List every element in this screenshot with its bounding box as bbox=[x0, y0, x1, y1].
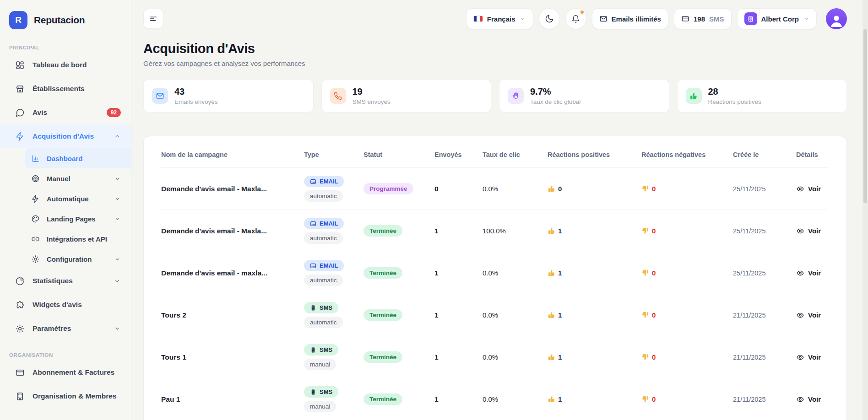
eye-icon bbox=[796, 185, 804, 193]
thumbs-down-icon bbox=[641, 269, 649, 277]
avis-count-badge: 92 bbox=[107, 108, 121, 117]
created-date: 21/11/2025 bbox=[733, 396, 796, 403]
chevron-down-icon bbox=[114, 215, 121, 222]
campaign-name: Tours 1 bbox=[161, 353, 304, 361]
view-details-button[interactable]: Voir bbox=[796, 395, 821, 404]
campaign-name: Demande d'avis email - Maxla... bbox=[161, 227, 304, 235]
view-details-button[interactable]: Voir bbox=[796, 269, 821, 277]
chevron-down-icon bbox=[803, 16, 809, 22]
campaign-name: Demande d'avis email - maxla... bbox=[161, 269, 304, 277]
bar-chart-icon bbox=[31, 154, 40, 163]
negative-reactions: 0 bbox=[641, 227, 733, 235]
sidebar-subitem-dashboard[interactable]: Dashboard bbox=[25, 148, 131, 168]
email-type-icon bbox=[310, 178, 316, 185]
chevron-down-icon bbox=[114, 175, 121, 182]
sidebar-subitem-landing-pages[interactable]: Landing Pages bbox=[25, 209, 131, 229]
language-selector[interactable]: Français bbox=[466, 8, 533, 29]
dashboard-grid-icon bbox=[15, 60, 25, 70]
sidebar-item-abonnement-factures[interactable]: Abonnement & Factures bbox=[0, 361, 131, 384]
user-avatar[interactable] bbox=[826, 8, 847, 29]
notifications-button[interactable] bbox=[565, 8, 586, 29]
sms-quota-pill[interactable]: 198 SMS bbox=[674, 8, 732, 29]
campaign-name: Demande d'avis email - Maxla... bbox=[161, 185, 304, 193]
sidebar: R Reputacion PRINCIPAL Tableau de bord É… bbox=[0, 0, 131, 420]
click-rate: 100.0% bbox=[483, 227, 548, 235]
thumbs-up-icon bbox=[548, 227, 555, 235]
click-rate: 0.0% bbox=[483, 269, 548, 277]
phone-icon bbox=[330, 88, 346, 104]
sidebar-item-widgets-avis[interactable]: Widgets d'avis bbox=[0, 293, 131, 317]
view-details-button[interactable]: Voir bbox=[796, 353, 821, 361]
sidebar-item-acquisition-avis[interactable]: Acquisition d'Avis bbox=[0, 124, 131, 148]
stat-card-positive-reactions: 28Réactions positives bbox=[677, 79, 847, 113]
negative-reactions: 0 bbox=[641, 353, 733, 361]
main-content: Français Emails illimités 198 SMS bbox=[131, 0, 868, 420]
thumbs-up-icon bbox=[686, 88, 702, 104]
sidebar-item-tableau-de-bord[interactable]: Tableau de bord bbox=[0, 53, 131, 77]
notification-dot bbox=[580, 10, 585, 15]
type-badge: EMAIL bbox=[304, 218, 344, 229]
puzzle-icon bbox=[15, 300, 25, 310]
table-row: Tours 1 SMS manual Terminée 1 0.0% 1 0 2… bbox=[161, 336, 829, 378]
view-details-button[interactable]: Voir bbox=[796, 227, 821, 235]
table-row: Demande d'avis email - Maxla... EMAIL au… bbox=[161, 210, 829, 252]
topbar: Français Emails illimités 198 SMS bbox=[143, 0, 847, 31]
sidebar-item-parametres[interactable]: Paramètres bbox=[0, 317, 131, 340]
negative-reactions: 0 bbox=[641, 395, 733, 403]
thumbs-down-icon bbox=[641, 227, 649, 235]
negative-reactions: 0 bbox=[641, 311, 733, 319]
section-label-organisation: ORGANISATION bbox=[9, 352, 131, 358]
sidebar-item-avis[interactable]: Avis 92 bbox=[0, 101, 131, 124]
person-icon bbox=[827, 11, 846, 29]
sent-count: 1 bbox=[434, 311, 483, 319]
view-details-button[interactable]: Voir bbox=[796, 311, 821, 319]
sidebar-subitem-integrations-api[interactable]: Intégrations et API bbox=[25, 229, 131, 249]
sidebar-item-statistiques[interactable]: Statistiques bbox=[0, 269, 131, 293]
mode-badge: manual bbox=[304, 359, 336, 370]
thumbs-down-icon bbox=[641, 311, 649, 319]
building-icon bbox=[15, 392, 25, 401]
type-badge: EMAIL bbox=[304, 176, 344, 187]
type-badge: SMS bbox=[304, 302, 338, 313]
positive-reactions: 1 bbox=[548, 269, 641, 277]
sidebar-toggle-button[interactable] bbox=[143, 9, 163, 29]
sidebar-subitem-automatique[interactable]: Automatique bbox=[25, 188, 131, 209]
status-badge: Terminée bbox=[363, 225, 402, 237]
chevron-down-icon bbox=[114, 256, 121, 263]
status-badge: Programmée bbox=[363, 183, 413, 194]
table-row: Pau 1 SMS manual Terminée 1 0.0% 1 0 21/… bbox=[161, 378, 829, 420]
organization-icon bbox=[744, 12, 757, 25]
storefront-icon bbox=[15, 84, 25, 94]
organization-selector[interactable]: Albert Corp bbox=[737, 8, 817, 29]
menu-icon bbox=[149, 14, 158, 23]
palette-icon bbox=[31, 215, 40, 223]
sidebar-item-etablissements[interactable]: Établissements bbox=[0, 77, 131, 101]
envelope-icon bbox=[599, 15, 608, 23]
chevron-up-icon bbox=[114, 133, 121, 140]
negative-reactions: 0 bbox=[641, 269, 733, 277]
positive-reactions: 1 bbox=[548, 395, 641, 403]
sidebar-item-organisation-membres[interactable]: Organisation & Membres bbox=[0, 384, 131, 408]
positive-reactions: 0 bbox=[548, 185, 641, 193]
sidebar-subitem-configuration[interactable]: Configuration bbox=[25, 249, 131, 269]
credit-card-icon bbox=[15, 368, 25, 377]
brand-name: Reputacion bbox=[34, 15, 85, 26]
pie-chart-icon bbox=[15, 276, 25, 286]
negative-reactions: 0 bbox=[641, 185, 733, 193]
stat-card-ctr: 9.7%Taux de clic global bbox=[499, 79, 669, 113]
view-details-button[interactable]: Voir bbox=[796, 185, 821, 193]
sidebar-subitem-manuel[interactable]: Manuel bbox=[25, 168, 131, 188]
scrollbar-thumb[interactable] bbox=[863, 29, 867, 203]
bolt-icon bbox=[31, 194, 40, 203]
click-rate: 0.0% bbox=[483, 395, 548, 403]
positive-reactions: 1 bbox=[548, 227, 641, 235]
thumbs-down-icon bbox=[641, 395, 649, 403]
status-badge: Terminée bbox=[363, 309, 402, 321]
status-badge: Terminée bbox=[363, 351, 402, 363]
sent-count: 1 bbox=[434, 353, 483, 361]
chat-bubble-icon bbox=[15, 108, 25, 118]
campaign-name: Tours 2 bbox=[161, 311, 304, 319]
page-scrollbar bbox=[863, 0, 868, 420]
emails-quota-pill[interactable]: Emails illimités bbox=[592, 8, 668, 29]
dark-mode-toggle[interactable] bbox=[539, 8, 560, 29]
